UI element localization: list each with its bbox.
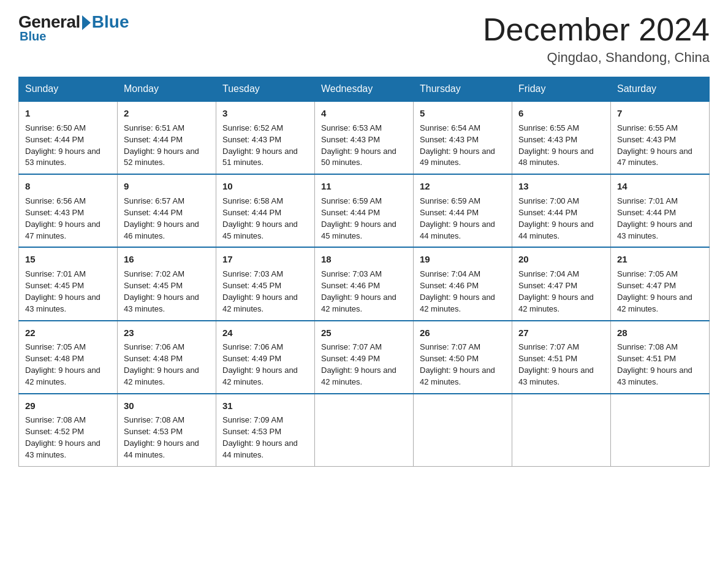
calendar-day-cell: 24Sunrise: 7:06 AMSunset: 4:49 PMDayligh… [216,321,315,394]
calendar-day-cell: 9Sunrise: 6:57 AMSunset: 4:44 PMDaylight… [118,174,216,247]
calendar-header-friday: Friday [512,77,611,102]
title-block: December 2024 Qingdao, Shandong, China [483,12,710,66]
calendar-day-cell: 31Sunrise: 7:09 AMSunset: 4:53 PMDayligh… [216,394,315,467]
day-info: Sunrise: 6:59 AMSunset: 4:44 PMDaylight:… [321,196,396,240]
calendar-day-cell: 6Sunrise: 6:55 AMSunset: 4:43 PMDaylight… [512,101,611,174]
calendar-day-cell: 21Sunrise: 7:05 AMSunset: 4:47 PMDayligh… [611,247,710,320]
day-number: 30 [124,399,210,413]
calendar-table: SundayMondayTuesdayWednesdayThursdayFrid… [18,77,710,467]
day-number: 14 [617,180,703,193]
calendar-header-saturday: Saturday [611,77,710,102]
day-info: Sunrise: 7:01 AMSunset: 4:45 PMDaylight:… [25,269,100,313]
day-info: Sunrise: 7:07 AMSunset: 4:51 PMDaylight:… [518,342,594,386]
day-number: 24 [222,326,308,340]
location-title: Qingdao, Shandong, China [483,50,710,66]
day-number: 31 [222,399,308,413]
day-info: Sunrise: 7:08 AMSunset: 4:51 PMDaylight:… [617,342,692,386]
day-number: 17 [222,253,308,266]
calendar-day-cell [611,394,710,467]
calendar-day-cell: 29Sunrise: 7:08 AMSunset: 4:52 PMDayligh… [19,394,118,467]
day-info: Sunrise: 6:50 AMSunset: 4:44 PMDaylight:… [25,123,100,167]
calendar-day-cell: 10Sunrise: 6:58 AMSunset: 4:44 PMDayligh… [216,174,315,247]
calendar-day-cell: 27Sunrise: 7:07 AMSunset: 4:51 PMDayligh… [512,321,611,394]
calendar-day-cell: 28Sunrise: 7:08 AMSunset: 4:51 PMDayligh… [611,321,710,394]
calendar-day-cell: 12Sunrise: 6:59 AMSunset: 4:44 PMDayligh… [414,174,512,247]
calendar-day-cell: 23Sunrise: 7:06 AMSunset: 4:48 PMDayligh… [118,321,216,394]
day-info: Sunrise: 7:04 AMSunset: 4:47 PMDaylight:… [518,269,594,313]
calendar-day-cell: 1Sunrise: 6:50 AMSunset: 4:44 PMDaylight… [19,101,118,174]
calendar-day-cell: 5Sunrise: 6:54 AMSunset: 4:43 PMDaylight… [414,101,512,174]
day-number: 10 [222,180,308,193]
day-info: Sunrise: 7:00 AMSunset: 4:44 PMDaylight:… [518,196,594,240]
calendar-day-cell: 13Sunrise: 7:00 AMSunset: 4:44 PMDayligh… [512,174,611,247]
day-info: Sunrise: 6:59 AMSunset: 4:44 PMDaylight:… [420,196,495,240]
calendar-day-cell: 11Sunrise: 6:59 AMSunset: 4:44 PMDayligh… [315,174,414,247]
logo-bottom-text: Blue [20,29,46,44]
day-info: Sunrise: 6:56 AMSunset: 4:43 PMDaylight:… [25,196,100,240]
day-number: 28 [617,326,703,340]
logo: General Blue Blue [18,12,129,44]
calendar-day-cell: 2Sunrise: 6:51 AMSunset: 4:44 PMDaylight… [118,101,216,174]
calendar-day-cell: 8Sunrise: 6:56 AMSunset: 4:43 PMDaylight… [19,174,118,247]
day-info: Sunrise: 7:02 AMSunset: 4:45 PMDaylight:… [124,269,199,313]
day-number: 20 [518,253,604,266]
calendar-day-cell: 7Sunrise: 6:55 AMSunset: 4:43 PMDaylight… [611,101,710,174]
day-info: Sunrise: 6:55 AMSunset: 4:43 PMDaylight:… [617,123,692,167]
month-title: December 2024 [483,12,710,47]
day-info: Sunrise: 7:06 AMSunset: 4:48 PMDaylight:… [124,342,199,386]
page-header: General Blue Blue December 2024 Qingdao,… [18,12,710,66]
day-number: 4 [321,107,407,120]
calendar-day-cell: 15Sunrise: 7:01 AMSunset: 4:45 PMDayligh… [19,247,118,320]
day-number: 5 [420,107,506,120]
calendar-week-row: 15Sunrise: 7:01 AMSunset: 4:45 PMDayligh… [19,247,710,320]
day-number: 27 [518,326,604,340]
day-info: Sunrise: 6:52 AMSunset: 4:43 PMDaylight:… [222,123,298,167]
day-number: 23 [124,326,210,340]
calendar-header-sunday: Sunday [19,77,118,102]
day-number: 22 [25,326,111,340]
day-number: 8 [25,180,111,193]
calendar-day-cell: 17Sunrise: 7:03 AMSunset: 4:45 PMDayligh… [216,247,315,320]
calendar-week-row: 1Sunrise: 6:50 AMSunset: 4:44 PMDaylight… [19,101,710,174]
calendar-header-monday: Monday [118,77,216,102]
calendar-day-cell [512,394,611,467]
calendar-day-cell [414,394,512,467]
calendar-week-row: 29Sunrise: 7:08 AMSunset: 4:52 PMDayligh… [19,394,710,467]
day-number: 26 [420,326,506,340]
day-number: 2 [124,107,210,120]
calendar-day-cell: 4Sunrise: 6:53 AMSunset: 4:43 PMDaylight… [315,101,414,174]
day-info: Sunrise: 7:08 AMSunset: 4:52 PMDaylight:… [25,415,100,459]
day-info: Sunrise: 6:57 AMSunset: 4:44 PMDaylight:… [124,196,199,240]
calendar-day-cell: 3Sunrise: 6:52 AMSunset: 4:43 PMDaylight… [216,101,315,174]
calendar-day-cell: 18Sunrise: 7:03 AMSunset: 4:46 PMDayligh… [315,247,414,320]
calendar-day-cell: 14Sunrise: 7:01 AMSunset: 4:44 PMDayligh… [611,174,710,247]
day-number: 29 [25,399,111,413]
day-info: Sunrise: 7:07 AMSunset: 4:50 PMDaylight:… [420,342,495,386]
day-info: Sunrise: 7:07 AMSunset: 4:49 PMDaylight:… [321,342,396,386]
day-info: Sunrise: 7:09 AMSunset: 4:53 PMDaylight:… [222,415,298,459]
day-info: Sunrise: 6:58 AMSunset: 4:44 PMDaylight:… [222,196,298,240]
calendar-day-cell: 26Sunrise: 7:07 AMSunset: 4:50 PMDayligh… [414,321,512,394]
day-number: 12 [420,180,506,193]
logo-arrow-icon [82,15,91,30]
day-number: 19 [420,253,506,266]
day-number: 25 [321,326,407,340]
calendar-day-cell: 25Sunrise: 7:07 AMSunset: 4:49 PMDayligh… [315,321,414,394]
day-number: 13 [518,180,604,193]
day-info: Sunrise: 7:03 AMSunset: 4:45 PMDaylight:… [222,269,298,313]
day-number: 16 [124,253,210,266]
day-info: Sunrise: 7:08 AMSunset: 4:53 PMDaylight:… [124,415,199,459]
calendar-header-thursday: Thursday [414,77,512,102]
day-number: 7 [617,107,703,120]
logo-blue-text: Blue [92,12,129,32]
day-number: 18 [321,253,407,266]
calendar-day-cell: 19Sunrise: 7:04 AMSunset: 4:46 PMDayligh… [414,247,512,320]
day-number: 1 [25,107,111,120]
day-info: Sunrise: 7:04 AMSunset: 4:46 PMDaylight:… [420,269,495,313]
calendar-header-tuesday: Tuesday [216,77,315,102]
day-info: Sunrise: 7:03 AMSunset: 4:46 PMDaylight:… [321,269,396,313]
day-number: 11 [321,180,407,193]
calendar-header-row: SundayMondayTuesdayWednesdayThursdayFrid… [19,77,710,102]
day-info: Sunrise: 7:06 AMSunset: 4:49 PMDaylight:… [222,342,298,386]
day-info: Sunrise: 6:53 AMSunset: 4:43 PMDaylight:… [321,123,396,167]
